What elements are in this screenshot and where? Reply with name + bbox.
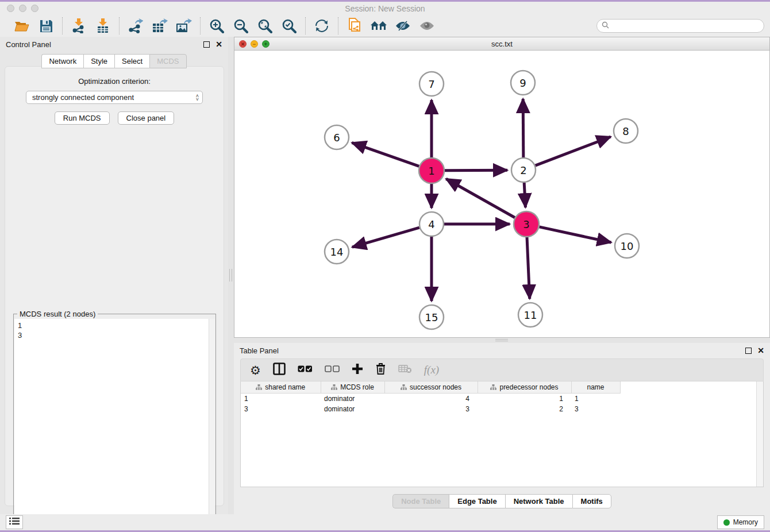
node-2[interactable]: 2 xyxy=(511,158,536,182)
node-11[interactable]: 11 xyxy=(518,303,542,327)
close-window-button[interactable] xyxy=(7,5,14,12)
svg-text:15: 15 xyxy=(425,311,438,323)
optimization-criterion-dropdown[interactable]: strongly connected component ˄˅ xyxy=(26,91,203,104)
search-input[interactable] xyxy=(612,22,759,30)
node-table-container: shared name MCDS role successor nodes pr… xyxy=(240,381,764,487)
node-7[interactable]: 7 xyxy=(419,72,444,96)
zoom-in-icon xyxy=(209,18,224,33)
control-panel-tabs: Network Style Select MCDS xyxy=(0,54,228,68)
toggle-column-view-button[interactable] xyxy=(273,363,286,377)
table-settings-button[interactable]: ⚙ xyxy=(250,364,261,376)
open-session-button[interactable] xyxy=(14,18,30,34)
task-history-button[interactable] xyxy=(6,515,23,529)
hierarchy-icon xyxy=(331,384,337,390)
tab-edge-table[interactable]: Edge Table xyxy=(449,494,505,508)
mcds-result-line: 1 xyxy=(18,321,205,330)
zoom-window-button[interactable] xyxy=(31,5,38,12)
mcds-result-title: MCDS result (2 nodes) xyxy=(17,310,98,318)
edge-3-10[interactable] xyxy=(539,227,611,242)
tab-node-table[interactable]: Node Table xyxy=(392,494,449,508)
horizontal-splitter[interactable] xyxy=(234,338,770,343)
minimize-network-button[interactable]: − xyxy=(251,40,258,48)
select-all-columns-button[interactable] xyxy=(298,365,313,375)
export-image-button[interactable] xyxy=(176,18,192,34)
tab-select[interactable]: Select xyxy=(114,54,149,68)
node-10[interactable]: 10 xyxy=(615,234,639,258)
table-panel: Table Panel ✕ ⚙ f(x) shared name xyxy=(234,343,770,514)
main-titlebar: Session: New Session xyxy=(0,2,770,15)
import-network-button[interactable] xyxy=(71,18,87,34)
edge-3-11[interactable] xyxy=(527,237,530,299)
close-network-button[interactable]: ✕ xyxy=(239,40,247,48)
zoom-selected-button[interactable] xyxy=(281,18,297,34)
node-9[interactable]: 9 xyxy=(511,71,535,95)
float-panel-icon[interactable] xyxy=(745,348,752,354)
run-mcds-button[interactable]: Run MCDS xyxy=(55,111,110,125)
export-network-button[interactable] xyxy=(128,18,144,34)
create-column-button[interactable] xyxy=(352,363,363,377)
edge-1-2[interactable] xyxy=(445,170,507,171)
node-14[interactable]: 14 xyxy=(325,240,349,264)
delete-column-button[interactable] xyxy=(375,363,386,377)
refresh-icon xyxy=(314,18,329,33)
home-layout-button[interactable] xyxy=(371,18,387,34)
column-header-successor-nodes[interactable]: successor nodes xyxy=(384,381,478,393)
column-header-name[interactable]: name xyxy=(571,381,620,393)
node-8[interactable]: 8 xyxy=(614,119,638,143)
memory-button[interactable]: Memory xyxy=(717,515,764,529)
edge-2-8[interactable] xyxy=(536,137,611,165)
close-panel-icon[interactable]: ✕ xyxy=(757,346,764,354)
node-3[interactable]: 3 xyxy=(514,211,539,237)
maximize-network-button[interactable]: + xyxy=(262,40,270,48)
eye-slash-icon xyxy=(395,20,411,32)
show-graphics-button[interactable] xyxy=(419,18,435,34)
svg-text:3: 3 xyxy=(523,218,529,230)
close-panel-icon[interactable]: ✕ xyxy=(215,40,222,48)
network-canvas[interactable]: 7968124314101511 xyxy=(234,51,769,337)
edge-4-14[interactable] xyxy=(352,228,419,247)
node-4[interactable]: 4 xyxy=(419,212,444,236)
float-panel-icon[interactable] xyxy=(203,41,210,48)
refresh-view-button[interactable] xyxy=(314,18,330,34)
clone-network-button[interactable] xyxy=(346,18,363,34)
column-header-mcds-role[interactable]: MCDS role xyxy=(321,381,384,393)
svg-text:2: 2 xyxy=(520,164,526,176)
tab-mcds[interactable]: MCDS xyxy=(149,54,186,68)
column-header-predecessor-nodes[interactable]: predecessor nodes xyxy=(478,381,571,393)
node-6[interactable]: 6 xyxy=(325,125,349,149)
import-table-button[interactable] xyxy=(95,18,111,34)
save-session-button[interactable] xyxy=(38,18,54,34)
node-15[interactable]: 15 xyxy=(419,305,444,329)
edge-3-1[interactable] xyxy=(446,179,515,217)
tab-style[interactable]: Style xyxy=(83,54,114,68)
table-row[interactable]: 1 dominator 4 1 1 xyxy=(241,393,620,404)
edge-2-9[interactable] xyxy=(523,99,523,157)
mcds-result-area[interactable]: 1 3 xyxy=(14,319,215,527)
zoom-in-button[interactable] xyxy=(209,18,225,34)
node-1[interactable]: 1 xyxy=(419,158,444,183)
application-window: Session: New Session xyxy=(0,0,770,532)
zoom-fit-icon xyxy=(257,18,272,33)
tab-network[interactable]: Network xyxy=(41,54,83,68)
function-builder-button[interactable]: f(x) xyxy=(424,364,439,376)
tab-motifs[interactable]: Motifs xyxy=(572,494,611,508)
edge-2-3[interactable] xyxy=(524,183,525,207)
zoom-fit-button[interactable] xyxy=(257,18,273,34)
export-table-button[interactable] xyxy=(152,18,168,34)
table-row[interactable]: 3 dominator 3 2 3 xyxy=(241,404,620,414)
deselect-all-columns-button[interactable] xyxy=(325,365,340,375)
network-titlebar[interactable]: ✕ − + scc.txt xyxy=(234,37,769,51)
svg-text:10: 10 xyxy=(621,240,634,252)
column-header-shared-name[interactable]: shared name xyxy=(241,381,321,393)
zoom-out-button[interactable] xyxy=(233,18,249,34)
zoom-selected-icon xyxy=(282,18,297,33)
result-scrollbar[interactable] xyxy=(209,319,215,527)
edge-1-6[interactable] xyxy=(352,142,419,166)
hide-graphics-button[interactable] xyxy=(395,18,411,34)
tab-network-table[interactable]: Network Table xyxy=(505,494,572,508)
delete-table-button[interactable] xyxy=(398,364,412,376)
table-scrollbar[interactable] xyxy=(756,381,763,487)
minimize-window-button[interactable] xyxy=(19,5,26,12)
close-panel-button[interactable]: Close panel xyxy=(118,111,175,125)
vertical-splitter[interactable] xyxy=(228,37,234,514)
